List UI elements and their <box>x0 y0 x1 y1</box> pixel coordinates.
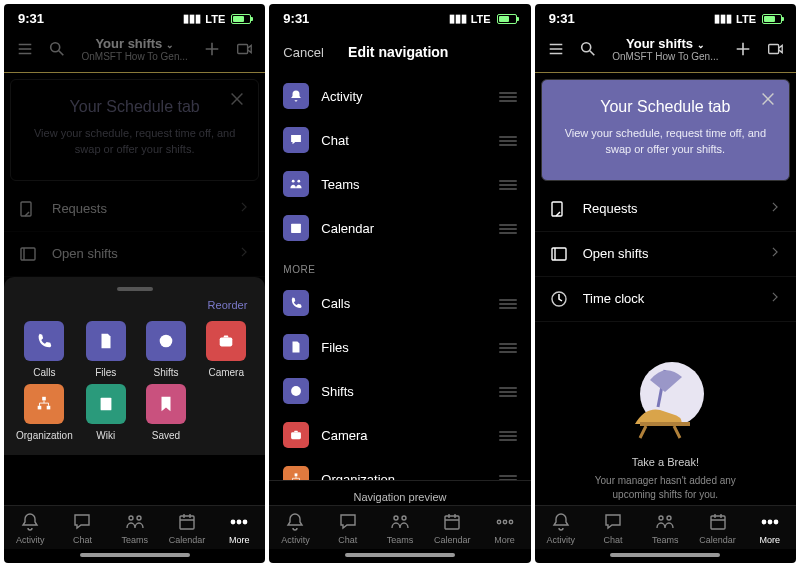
requests-icon <box>18 199 38 219</box>
nav-tab-more[interactable]: More <box>744 512 796 545</box>
cancel-button[interactable]: Cancel <box>283 45 323 60</box>
close-card-icon[interactable] <box>757 88 779 110</box>
nav-tab-calendar[interactable]: Calendar <box>691 512 743 545</box>
nav-tab-more[interactable]: More <box>478 512 530 545</box>
nav-item-label: Files <box>321 340 486 355</box>
drag-handle-icon[interactable] <box>499 473 517 480</box>
schedule-tip-card: Your Schedule tab View your schedule, re… <box>10 79 259 181</box>
status-time: 9:31 <box>283 11 309 26</box>
more-app-calls[interactable]: Calls <box>16 321 73 378</box>
more-app-files[interactable]: Files <box>79 321 133 378</box>
header-title-group[interactable]: Your shifts ⌄ OnMSFT How To Gen... <box>78 36 191 62</box>
app-label: Files <box>95 367 116 378</box>
more-app-wiki[interactable]: Wiki <box>79 384 133 441</box>
reorder-link[interactable]: Reorder <box>8 297 261 321</box>
wiki-icon <box>86 384 126 424</box>
nav-tab-activity[interactable]: Activity <box>535 512 587 545</box>
drag-handle-icon[interactable] <box>499 90 517 102</box>
hamburger-icon[interactable] <box>14 38 36 60</box>
shift-row-requests[interactable]: Requests <box>535 187 796 232</box>
home-indicator[interactable] <box>345 553 455 557</box>
drag-handle-icon[interactable] <box>499 222 517 234</box>
content-area: Your Schedule tab View your schedule, re… <box>535 73 796 505</box>
phone-more-sheet: 9:31 ▮▮▮ LTE Your shifts ⌄ OnMSFT How To… <box>4 4 265 563</box>
drag-handle-icon[interactable] <box>499 297 517 309</box>
timeclock-icon <box>549 289 569 309</box>
nav-tab-activity[interactable]: Activity <box>269 512 321 545</box>
nav-item-calls[interactable]: Calls <box>269 281 530 325</box>
nav-item-camera[interactable]: Camera <box>269 413 530 457</box>
app-header: Your shifts ⌄ OnMSFT How To Gen... <box>535 30 796 72</box>
row-label: Time clock <box>583 291 754 306</box>
file-icon <box>283 334 309 360</box>
signal-icon: ▮▮▮ <box>714 12 732 25</box>
bottom-nav: Activity Chat Teams Calendar More <box>535 505 796 549</box>
app-label: Saved <box>152 430 180 441</box>
nav-tab-label: Teams <box>121 535 148 545</box>
meet-now-icon[interactable] <box>233 38 255 60</box>
nav-item-organization[interactable]: Organization <box>269 457 530 480</box>
app-label: Organization <box>16 430 73 441</box>
more-app-saved[interactable]: Saved <box>139 384 193 441</box>
nav-tab-calendar[interactable]: Calendar <box>161 512 213 545</box>
navigation-preview-label[interactable]: Navigation preview <box>269 480 530 505</box>
drag-handle-icon[interactable] <box>499 178 517 190</box>
content-area: Your Schedule tab View your schedule, re… <box>4 73 265 505</box>
phone-icon <box>24 321 64 361</box>
more-app-camera[interactable]: Camera <box>199 321 253 378</box>
nav-tab-teams[interactable]: Teams <box>374 512 426 545</box>
nav-item-chat[interactable]: Chat <box>269 118 530 162</box>
add-icon[interactable] <box>201 38 223 60</box>
network-label: LTE <box>471 13 491 25</box>
drag-handle-icon[interactable] <box>499 341 517 353</box>
nav-item-files[interactable]: Files <box>269 325 530 369</box>
nav-item-label: Teams <box>321 177 486 192</box>
nav-tab-teams[interactable]: Teams <box>639 512 691 545</box>
bottom-nav: Activity Chat Teams Calendar More <box>4 505 265 549</box>
more-nav-list: Calls Files Shifts Camera Organization W… <box>269 281 530 480</box>
nav-item-activity[interactable]: Activity <box>269 74 530 118</box>
chevron-down-icon: ⌄ <box>166 40 174 50</box>
nav-tab-activity[interactable]: Activity <box>4 512 56 545</box>
empty-title: Take a Break! <box>632 456 699 468</box>
edit-nav-content: Activity Chat Teams Calendar MORE Calls … <box>269 74 530 480</box>
header-title-group[interactable]: Your shifts ⌄ OnMSFT How To Gen... <box>609 36 722 62</box>
nav-tab-label: More <box>494 535 515 545</box>
add-icon[interactable] <box>732 38 754 60</box>
phone-shifts-empty: 9:31 ▮▮▮ LTE Your shifts ⌄ OnMSFT How To… <box>535 4 796 563</box>
more-app-organization[interactable]: Organization <box>16 384 73 441</box>
shift-row-open shifts[interactable]: Open shifts <box>535 232 796 277</box>
search-icon[interactable] <box>46 38 68 60</box>
sheet-grabber[interactable] <box>117 287 153 291</box>
home-indicator[interactable] <box>610 553 720 557</box>
drag-handle-icon[interactable] <box>499 385 517 397</box>
search-icon[interactable] <box>577 38 599 60</box>
drag-handle-icon[interactable] <box>499 429 517 441</box>
shift-row-open shifts[interactable]: Open shifts <box>4 232 265 277</box>
hamburger-icon[interactable] <box>545 38 567 60</box>
nav-tab-teams[interactable]: Teams <box>109 512 161 545</box>
more-section-label: MORE <box>269 250 530 281</box>
chevron-right-icon <box>237 245 251 262</box>
home-indicator[interactable] <box>80 553 190 557</box>
nav-tab-more[interactable]: More <box>213 512 265 545</box>
nav-tab-chat[interactable]: Chat <box>56 512 108 545</box>
status-bar: 9:31 ▮▮▮ LTE <box>4 4 265 30</box>
nav-item-label: Chat <box>321 133 486 148</box>
nav-tab-chat[interactable]: Chat <box>587 512 639 545</box>
nav-tab-label: More <box>760 535 781 545</box>
app-label: Wiki <box>96 430 115 441</box>
nav-tab-chat[interactable]: Chat <box>322 512 374 545</box>
close-card-icon[interactable] <box>226 88 248 110</box>
drag-handle-icon[interactable] <box>499 134 517 146</box>
file-icon <box>86 321 126 361</box>
more-app-shifts[interactable]: Shifts <box>139 321 193 378</box>
meet-now-icon[interactable] <box>764 38 786 60</box>
chevron-right-icon <box>768 290 782 307</box>
nav-item-teams[interactable]: Teams <box>269 162 530 206</box>
nav-tab-calendar[interactable]: Calendar <box>426 512 478 545</box>
shift-row-time clock[interactable]: Time clock <box>535 277 796 322</box>
nav-item-calendar[interactable]: Calendar <box>269 206 530 250</box>
nav-item-shifts[interactable]: Shifts <box>269 369 530 413</box>
shift-row-requests[interactable]: Requests <box>4 187 265 232</box>
